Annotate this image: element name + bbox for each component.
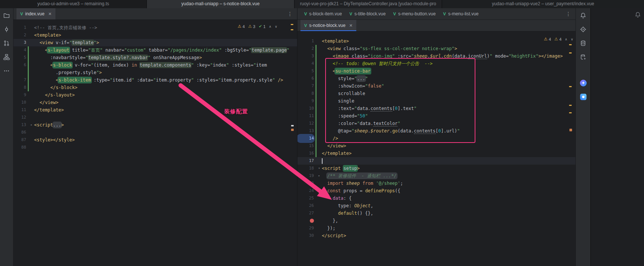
code-text[interactable]: </script>: [322, 232, 575, 239]
commit-icon[interactable]: [3, 25, 11, 33]
gutter[interactable]: 12: [13, 114, 34, 121]
code-text[interactable]: <s-block v-for="(item, index) in templat…: [34, 61, 297, 69]
line-number[interactable]: 6: [13, 61, 26, 69]
code-text[interactable]: </view>: [34, 99, 297, 106]
code-text[interactable]: [34, 129, 297, 136]
gutter[interactable]: 10: [297, 105, 322, 112]
gutter[interactable]: 23: [297, 180, 322, 187]
prev-issue-icon[interactable]: ∧: [269, 25, 272, 28]
code-text[interactable]: <su-notice-bar: [322, 67, 575, 75]
scrollbar-mark[interactable]: [569, 86, 572, 87]
tab-s-title-block-vue[interactable]: Vs-title-block.vue: [346, 8, 390, 19]
line-number[interactable]: 18: [297, 165, 314, 172]
code-text[interactable]: [34, 114, 297, 121]
structure-icon[interactable]: [3, 53, 11, 61]
code-text[interactable]: type: Object,: [322, 202, 575, 210]
code-line[interactable]: 15 </view>: [297, 142, 575, 150]
line-number[interactable]: 1: [297, 37, 314, 45]
gutter[interactable]: 3: [13, 39, 34, 46]
code-text[interactable]: default() {},: [322, 210, 575, 217]
tab-s-menu-list-vue[interactable]: Vs-menu-list.vue: [439, 8, 483, 19]
locate-icon[interactable]: [579, 25, 587, 33]
gutter[interactable]: 18▾: [297, 165, 322, 172]
code-line[interactable]: 5 <su-notice-bar: [297, 67, 575, 75]
code-line[interactable]: 4 <!-- todo: @owen 暂时只支持一个公告 -->: [297, 60, 575, 67]
line-number[interactable]: 24: [297, 187, 314, 195]
gutter[interactable]: 15: [297, 142, 322, 150]
code-text[interactable]: <view v-if="template">: [34, 39, 297, 46]
code-text[interactable]: <script setup>: [322, 165, 575, 172]
fold-marker-icon[interactable]: ▸: [29, 121, 34, 129]
code-text[interactable]: </s-block>: [34, 84, 297, 91]
code-line[interactable]: .property.style">: [13, 69, 297, 76]
line-number[interactable]: 3: [13, 39, 26, 46]
line-number[interactable]: 13: [13, 121, 26, 129]
gutter[interactable]: 7: [297, 82, 322, 90]
tab-s-notice-block-vue[interactable]: V s-notice-block.vue ✕: [300, 20, 356, 31]
line-number[interactable]: 14: [297, 135, 314, 142]
code-line[interactable]: 9 </s-layout>: [13, 91, 297, 99]
line-number[interactable]: 2: [297, 45, 314, 52]
line-number[interactable]: 7: [297, 82, 314, 90]
code-line[interactable]: 4 <s-layout title="首页" navbar="custom" t…: [13, 46, 297, 54]
scrollbar-mark[interactable]: [291, 29, 293, 30]
gutter[interactable]: 13▸: [13, 121, 34, 129]
line-number[interactable]: 13: [297, 127, 314, 135]
line-number[interactable]: 26: [297, 202, 314, 210]
gutter[interactable]: 3: [297, 52, 322, 60]
line-number[interactable]: 4: [13, 46, 26, 54]
gutter[interactable]: 7: [13, 76, 34, 84]
code-line[interactable]: 26 type: Object,: [297, 202, 575, 210]
tab-s-menu-button-vue[interactable]: Vs-menu-button.vue: [389, 8, 439, 19]
left-code-editor[interactable]: 1<!-- 首页,支持店铺装修 -->2<template>3 <view v-…: [13, 20, 297, 266]
line-number[interactable]: 3: [297, 52, 314, 60]
code-line[interactable]: 14 />: [297, 135, 575, 142]
fold-marker-icon[interactable]: ▸: [317, 172, 322, 180]
gutter[interactable]: 2: [297, 45, 322, 52]
gutter[interactable]: 29: [297, 224, 322, 232]
gutter[interactable]: 8: [297, 90, 322, 97]
line-number[interactable]: 12: [297, 120, 314, 127]
code-line[interactable]: 17: [297, 157, 575, 165]
code-text[interactable]: <s-layout title="首页" navbar="custom" tab…: [34, 46, 297, 54]
code-line[interactable]: 27 default() {},: [297, 210, 575, 217]
window-title-2[interactable]: yudao-mall-uniapp – s-notice-block.vue: [147, 0, 294, 8]
gutter[interactable]: 8: [13, 84, 34, 91]
line-number[interactable]: 27: [297, 210, 314, 217]
notifications-bell-icon[interactable]: [579, 11, 587, 19]
code-text[interactable]: :text="data.contents[0].text": [322, 105, 575, 112]
code-line[interactable]: },: [297, 217, 575, 224]
code-text[interactable]: <template>: [34, 31, 297, 39]
code-text[interactable]: </view>: [322, 142, 575, 150]
code-line[interactable]: 7 :showIcon="false": [297, 82, 575, 90]
code-line[interactable]: 88: [13, 144, 297, 151]
code-line[interactable]: 10 </view>: [13, 99, 297, 106]
code-line[interactable]: 18▾<script setup>: [297, 165, 575, 172]
editor-options-icon[interactable]: ⋮: [561, 8, 575, 19]
gutter[interactable]: 12: [297, 120, 322, 127]
fold-marker-icon[interactable]: ▾: [317, 165, 322, 172]
line-number[interactable]: 2: [13, 31, 26, 39]
code-text[interactable]: </s-layout>: [34, 91, 297, 99]
code-line[interactable]: 29 });: [297, 224, 575, 232]
line-number[interactable]: 5: [297, 67, 314, 75]
code-line[interactable]: 10 :text="data.contents[0].text": [297, 105, 575, 112]
line-number[interactable]: 9: [13, 91, 26, 99]
gutter[interactable]: 26: [297, 202, 322, 210]
code-line[interactable]: 13 @tap="sheep.$router.go(data.contents[…: [297, 127, 575, 135]
code-line[interactable]: 24 const props = defineProps({: [297, 187, 575, 195]
code-text[interactable]: <view class="ss-flex ss-col-center notic…: [322, 45, 575, 52]
inspection-weak-warning[interactable]: ⚠3: [248, 24, 255, 29]
gutter[interactable]: 24: [297, 187, 322, 195]
inspection-ok[interactable]: ✔1: [258, 24, 265, 29]
line-number[interactable]: 8: [297, 90, 314, 97]
gutter[interactable]: 4: [297, 60, 322, 67]
database-tools-icon[interactable]: [579, 53, 587, 61]
window-title-1[interactable]: yudao-ui-admin-vue3 – remaining.ts: [0, 0, 147, 8]
pull-requests-icon[interactable]: [3, 39, 11, 47]
code-text[interactable]: [322, 157, 575, 165]
scrollbar-mark[interactable]: [569, 44, 572, 45]
gutter[interactable]: 86: [13, 129, 34, 136]
line-number[interactable]: 29: [297, 224, 314, 232]
project-folder-icon[interactable]: [3, 11, 11, 19]
